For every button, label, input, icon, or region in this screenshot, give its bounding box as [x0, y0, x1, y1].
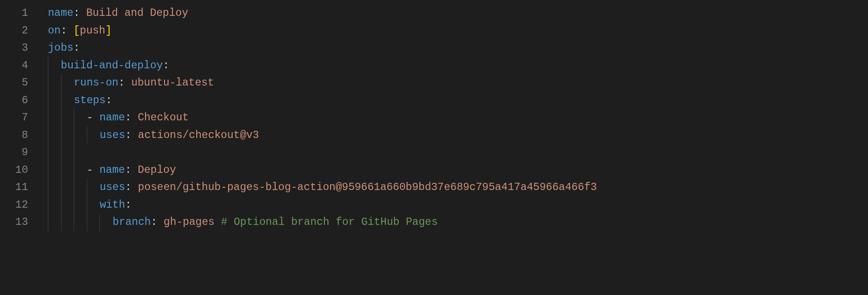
line-content: steps:	[38, 94, 112, 106]
line-content: with:	[38, 199, 132, 211]
token-key: runs-on	[74, 76, 118, 89]
code-line[interactable]: runs-on: ubuntu-latest	[38, 74, 868, 92]
token-punc: :	[73, 7, 80, 19]
token-key: jobs	[48, 42, 73, 54]
line-content: name: Build and Deploy	[38, 7, 188, 19]
token-str: push	[80, 24, 105, 37]
code-line[interactable]: uses: poseen/github-pages-blog-action@95…	[38, 179, 868, 196]
token-key: name	[48, 7, 73, 19]
code-line[interactable]: name: Build and Deploy	[38, 5, 868, 22]
token-punc: :	[163, 59, 169, 71]
code-line[interactable]: uses: actions/checkout@v3	[38, 127, 868, 144]
token-punc: :	[125, 111, 131, 124]
token-punc: :	[125, 129, 132, 141]
code-line[interactable]: with:	[38, 196, 868, 214]
token-plain	[80, 7, 86, 19]
token-punc: :	[125, 199, 132, 211]
token-punc: :	[125, 164, 131, 176]
line-number: 1	[0, 5, 28, 22]
token-key: uses	[99, 181, 125, 193]
line-content: build-and-deploy:	[38, 59, 169, 71]
line-number: 2	[0, 22, 28, 40]
line-content: on: [push]	[38, 24, 112, 37]
token-key: steps	[74, 94, 106, 106]
token-plain	[132, 129, 138, 141]
token-plain	[132, 181, 138, 193]
token-key: name	[99, 164, 125, 176]
line-content: branch: gh-pages # Optional branch for G…	[38, 216, 438, 228]
token-key: uses	[99, 129, 125, 141]
line-content: - name: Checkout	[38, 111, 189, 124]
token-str: actions/checkout@v3	[138, 129, 259, 141]
code-area[interactable]: name: Build and Deployon: [push]jobs:bui…	[38, 5, 868, 295]
token-key: on	[48, 24, 61, 37]
token-punc: :	[73, 42, 80, 54]
token-str: poseen/github-pages-blog-action@959661a6…	[138, 181, 597, 193]
token-plain: -	[87, 164, 99, 176]
line-number: 7	[0, 109, 28, 127]
line-number: 4	[0, 57, 28, 75]
indent-guide	[61, 144, 61, 162]
code-editor[interactable]: 12345678910111213 name: Build and Deploy…	[0, 0, 868, 295]
code-line[interactable]: branch: gh-pages # Optional branch for G…	[38, 214, 868, 231]
token-str: ubuntu-latest	[131, 76, 214, 89]
token-plain: -	[87, 111, 99, 124]
token-plain	[132, 111, 138, 124]
token-brack: ]	[105, 24, 112, 37]
token-punc: :	[61, 24, 67, 37]
code-line[interactable]	[38, 144, 868, 162]
token-brack: [	[73, 24, 80, 37]
line-number: 13	[0, 214, 28, 231]
code-line[interactable]: build-and-deploy:	[38, 57, 868, 75]
code-line[interactable]: jobs:	[38, 39, 868, 57]
line-number: 12	[0, 196, 28, 214]
line-content: jobs:	[38, 42, 80, 54]
code-line[interactable]: on: [push]	[38, 22, 868, 40]
token-str: Checkout	[138, 111, 189, 124]
token-key: build-and-deploy	[61, 59, 163, 71]
token-comment: # Optional branch for GitHub Pages	[221, 216, 438, 228]
token-plain	[125, 76, 131, 89]
token-key: branch	[113, 216, 151, 228]
line-content	[38, 146, 48, 158]
line-content: uses: poseen/github-pages-blog-action@95…	[38, 181, 597, 193]
token-plain	[157, 216, 164, 228]
token-str: Deploy	[138, 164, 176, 176]
token-key: with	[99, 199, 125, 211]
token-str: Build and Deploy	[86, 7, 189, 19]
code-line[interactable]: - name: Deploy	[38, 162, 868, 179]
token-punc: :	[106, 94, 112, 106]
line-number: 5	[0, 74, 28, 92]
token-str: gh-pages	[164, 216, 215, 228]
code-line[interactable]: steps:	[38, 92, 868, 109]
line-content: - name: Deploy	[38, 164, 176, 176]
token-punc: :	[125, 181, 132, 193]
token-plain	[132, 164, 138, 176]
line-number: 11	[0, 179, 28, 196]
line-content: runs-on: ubuntu-latest	[38, 76, 214, 89]
line-number: 10	[0, 162, 28, 179]
indent-guide	[74, 144, 74, 162]
line-number: 3	[0, 39, 28, 57]
token-plain	[215, 216, 221, 228]
token-plain	[67, 24, 73, 37]
line-number: 8	[0, 127, 28, 144]
indent-guide	[48, 144, 48, 162]
line-number-gutter: 12345678910111213	[0, 5, 38, 295]
token-key: name	[99, 111, 125, 124]
line-number: 9	[0, 144, 28, 162]
code-line[interactable]: - name: Checkout	[38, 109, 868, 127]
token-punc: :	[151, 216, 157, 228]
line-number: 6	[0, 92, 28, 109]
token-punc: :	[118, 76, 125, 89]
line-content: uses: actions/checkout@v3	[38, 129, 259, 141]
